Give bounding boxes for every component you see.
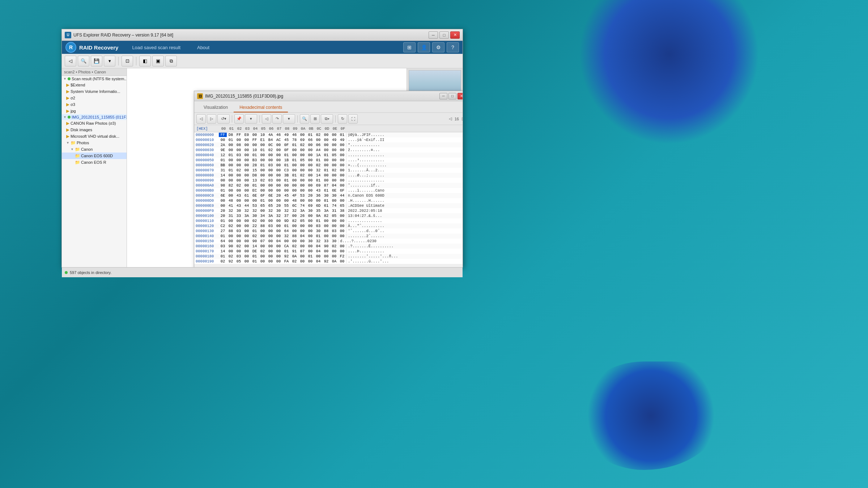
table-row[interactable]: 0000009000000000130203000100000001000000… [194, 178, 463, 183]
hex-byte[interactable]: 00 [267, 219, 275, 223]
hex-byte[interactable]: 9A [314, 214, 322, 218]
hex-byte[interactable]: 15 [251, 168, 259, 172]
hex-byte[interactable]: 00 [243, 198, 251, 203]
hex-byte[interactable]: 00 [290, 229, 298, 233]
hex-nav-back[interactable]: ◁ [196, 114, 206, 124]
hex-byte[interactable]: 00 [243, 239, 251, 243]
table-row[interactable]: 00000000FFD8FFE000104A464946000102000001… [194, 132, 463, 137]
hex-byte[interactable]: 1A [314, 153, 322, 157]
hex-byte[interactable]: 00 [243, 158, 251, 162]
hex-byte[interactable]: 00 [298, 183, 306, 188]
hex-byte[interactable]: 00 [322, 148, 330, 152]
hex-byte[interactable]: 05 [235, 259, 243, 264]
hex-byte[interactable]: 00 [243, 229, 251, 233]
hex-byte[interactable]: 01 [227, 168, 235, 172]
hex-byte[interactable]: 00 [322, 178, 330, 183]
hex-byte[interactable]: 00 [275, 168, 282, 172]
hex-byte[interactable]: 43 [314, 188, 322, 193]
hex-byte[interactable]: 02 [298, 173, 306, 177]
hex-byte[interactable]: 00 [243, 178, 251, 183]
hex-byte[interactable]: 00 [275, 173, 282, 177]
hex-byte[interactable]: 6E [251, 193, 259, 198]
hex-byte[interactable]: 66 [306, 138, 314, 142]
hex-byte[interactable]: 00 [290, 188, 298, 193]
hex-byte[interactable]: 04 [314, 244, 322, 248]
table-row[interactable]: 0000005001000000B30000001B01050001000000… [194, 158, 463, 163]
hex-byte[interactable]: 32 [314, 168, 322, 172]
hex-byte[interactable]: 00 [259, 188, 267, 193]
hex-byte[interactable]: 00 [227, 219, 235, 223]
file-icon-btn[interactable]: ⊞ [403, 42, 416, 52]
hex-byte[interactable]: 92 [282, 254, 290, 258]
hex-byte[interactable]: 00 [298, 188, 306, 193]
hex-byte[interactable]: 00 [306, 153, 314, 157]
table-row[interactable]: 0000013027880300010000006400000030880300… [194, 228, 463, 234]
hex-byte[interactable]: 00 [306, 229, 314, 233]
hex-byte[interactable]: 82 [290, 219, 298, 223]
hex-byte[interactable]: 00 [275, 234, 282, 238]
hex-byte[interactable]: 00 [243, 259, 251, 264]
hex-byte[interactable]: 00 [259, 158, 267, 162]
hex-byte[interactable]: 03 [267, 178, 275, 183]
hex-byte[interactable]: 01 [338, 133, 346, 137]
toolbar-action-2[interactable]: ◧ [139, 56, 151, 67]
hex-byte[interactable]: 01 [290, 173, 298, 177]
sidebar-item-canon-600d[interactable]: 📁 Canon EOS 600D [62, 153, 127, 159]
table-row[interactable]: 000000401201030001000000010000001A010500… [194, 153, 463, 158]
hex-byte[interactable]: 41 [227, 204, 235, 208]
hex-byte[interactable]: 00 [235, 173, 243, 177]
hex-byte[interactable]: 02 [235, 183, 243, 188]
hex-byte[interactable]: 00 [243, 183, 251, 188]
hex-byte[interactable]: 36 [314, 193, 322, 198]
hex-byte[interactable]: FA [282, 259, 290, 264]
hex-byte[interactable]: 0A [330, 259, 338, 264]
table-row[interactable]: 000000D000480000000100000048000000010000… [194, 198, 463, 203]
hex-byte[interactable]: 48 [227, 198, 235, 203]
hex-byte[interactable]: 32 [282, 209, 290, 213]
sidebar-item-jpg[interactable]: ▶ jpg [62, 108, 127, 114]
hex-byte[interactable]: 05 [298, 158, 306, 162]
hex-byte[interactable]: 02 [298, 143, 306, 147]
hex-byte[interactable]: 12 [219, 153, 227, 157]
hex-byte[interactable]: 03 [267, 224, 275, 228]
hex-byte[interactable]: 00 [338, 244, 346, 248]
hex-byte[interactable]: 00 [251, 198, 259, 203]
hex-byte[interactable]: 01 [251, 153, 259, 157]
hex-byte[interactable]: 00 [259, 209, 267, 213]
hex-byte[interactable]: 00 [251, 143, 259, 147]
hex-byte[interactable]: 02 [227, 224, 235, 228]
hex-byte[interactable]: 00 [259, 153, 267, 157]
table-row[interactable]: 00000120C2020000228803000100000003000000… [194, 223, 463, 228]
table-row[interactable]: 000000703101020015000000C300000032010200… [194, 168, 463, 173]
hex-byte[interactable]: 00 [243, 138, 251, 142]
hex-close-button[interactable]: ✕ [458, 93, 463, 99]
hex-byte[interactable]: 02 [227, 254, 235, 258]
hex-byte[interactable]: 00 [306, 178, 314, 183]
hex-byte[interactable]: 4F [290, 193, 298, 198]
hex-byte[interactable]: DE [251, 249, 259, 253]
hex-byte[interactable]: 00 [259, 259, 267, 264]
hex-byte[interactable]: 00 [235, 138, 243, 142]
hex-nav-forward[interactable]: ▷ [207, 114, 216, 124]
tab-hexadecimal[interactable]: Hexadecimal contents [234, 103, 288, 112]
hex-bookmark-dropdown[interactable]: ▾ [245, 114, 257, 124]
hex-byte[interactable]: 00 [227, 239, 235, 243]
hex-byte[interactable]: 20 [219, 209, 227, 213]
hex-refresh[interactable]: ↻ [338, 114, 347, 124]
hex-byte[interactable]: 01 [219, 188, 227, 193]
hex-byte[interactable]: 00 [267, 254, 275, 258]
hex-byte[interactable]: 55 [282, 204, 290, 208]
hex-byte[interactable]: 32 [227, 209, 235, 213]
hex-byte[interactable]: 00 [227, 163, 235, 167]
hex-byte[interactable]: 01 [251, 229, 259, 233]
gear-icon-btn[interactable]: ⚙ [432, 42, 444, 52]
hex-byte[interactable]: 02 [330, 168, 338, 172]
sidebar-item-canon-r[interactable]: 📁 Canon EOS R [62, 159, 127, 166]
hex-byte[interactable]: 46 [275, 133, 282, 137]
hex-byte[interactable]: 00 [227, 148, 235, 152]
help-icon-btn[interactable]: ? [447, 42, 459, 52]
hex-byte[interactable]: 6C [290, 204, 298, 208]
hex-byte[interactable]: 00 [306, 244, 314, 248]
hex-byte[interactable]: 01 [259, 163, 267, 167]
hex-byte[interactable]: 00 [235, 198, 243, 203]
